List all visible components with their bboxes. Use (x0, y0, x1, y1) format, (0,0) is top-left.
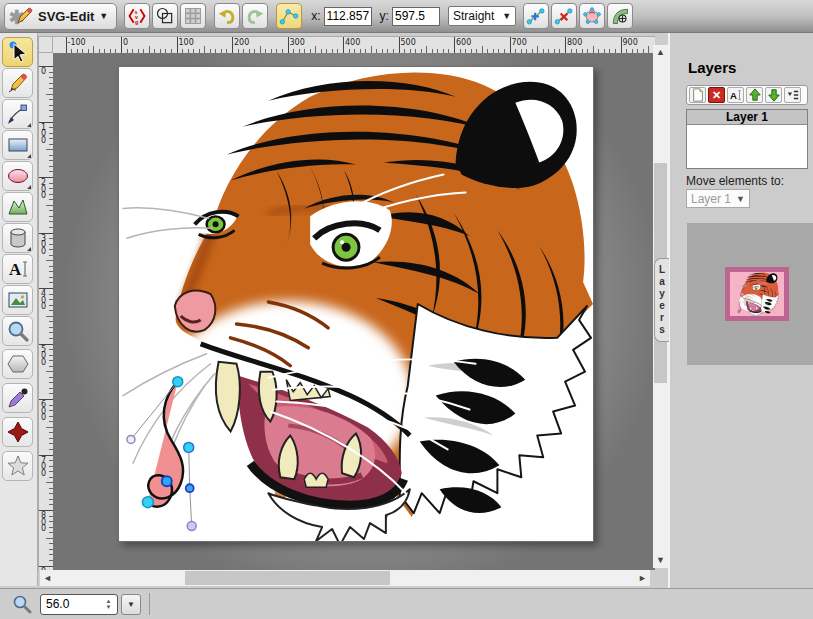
open-path-button[interactable] (607, 3, 633, 29)
rectangle-tool[interactable] (2, 130, 33, 160)
pencil-tool[interactable] (2, 68, 33, 98)
text-tool-icon: A (6, 257, 30, 281)
ruler-label: 600 (456, 38, 471, 47)
horizontal-scroll-thumb[interactable] (185, 571, 390, 585)
ruler-tick (66, 37, 67, 53)
layer-preview-box (687, 223, 813, 365)
cylinder-tool-icon (6, 226, 30, 250)
layer-thumbnail[interactable] (725, 267, 789, 321)
path-control-handle[interactable] (127, 435, 135, 443)
move-elements-label: Move elements to: (686, 174, 784, 188)
ruler-tick (232, 37, 233, 53)
pen-tool[interactable] (2, 99, 33, 129)
move-layer-down-button[interactable] (765, 87, 782, 103)
star-tool[interactable] (2, 451, 33, 481)
move-elements-value: Layer 1 (691, 192, 731, 206)
ruler-tick (565, 37, 566, 53)
image-tool-icon (6, 288, 30, 312)
tools-sidebar: A (0, 33, 38, 586)
flyout-arrow-icon[interactable] (27, 247, 31, 251)
zoom-tool-icon (6, 319, 30, 343)
ruler-label: 500 (41, 347, 49, 367)
shape-tool[interactable] (2, 192, 33, 222)
zoom-spinner[interactable]: ▲▼ (103, 597, 114, 611)
ruler-label: 900 (623, 38, 638, 47)
add-node-button[interactable] (523, 3, 549, 29)
layers-panel-tab[interactable]: Layers (654, 258, 669, 342)
move-elements-select[interactable]: Layer 1 ▼ (686, 189, 750, 208)
undo-button[interactable] (214, 3, 240, 29)
polygon-tool[interactable] (2, 349, 33, 379)
ruler-label: 100 (41, 125, 49, 145)
redo-button[interactable] (242, 3, 268, 29)
flyout-arrow-icon[interactable] (27, 154, 31, 158)
ruler-tick (46, 94, 53, 95)
scroll-up-arrow[interactable]: ▲ (654, 46, 667, 59)
workspace[interactable] (53, 53, 655, 570)
tiger-artwork (119, 67, 593, 541)
x-coordinate-input[interactable] (324, 7, 372, 26)
zoom-preset-dropdown[interactable]: ▼ (121, 594, 141, 615)
connector-tool-icon (6, 420, 30, 444)
node-edit-button[interactable] (276, 3, 302, 29)
segment-type-value: Straight (453, 9, 494, 23)
ruler-label: 0 (41, 69, 49, 76)
main-menu-button[interactable]: ✱ SVG-Edit ▼ (4, 3, 117, 30)
segment-type-select[interactable]: Straight ▼ (448, 6, 516, 26)
layer-list[interactable]: Layer 1 (686, 109, 808, 169)
horizontal-scrollbar[interactable]: ◄ ► (40, 570, 650, 586)
ruler-tick (648, 46, 649, 53)
layers-tab-letter: L (659, 264, 665, 276)
cylinder-tool[interactable] (2, 223, 33, 253)
move-layer-up-button[interactable] (746, 87, 763, 103)
zoom-tool[interactable] (2, 316, 33, 346)
path-node-handle[interactable] (173, 377, 183, 387)
path-node-handle[interactable] (184, 442, 194, 452)
select-caret-icon: ▼ (736, 194, 745, 204)
new-layer-button[interactable] (689, 87, 706, 103)
delete-node-button[interactable] (551, 3, 577, 29)
image-tool[interactable] (2, 285, 33, 315)
layers-tab-letter: e (659, 300, 665, 312)
x-coordinate-label: x: (311, 9, 320, 23)
rename-layer-button[interactable]: A (727, 87, 744, 103)
layer-menu-button[interactable] (784, 87, 801, 103)
path-control-handle[interactable] (187, 522, 196, 531)
scroll-down-arrow[interactable]: ▼ (654, 554, 667, 567)
scroll-right-arrow[interactable]: ► (636, 572, 649, 585)
layer-row[interactable]: Layer 1 (687, 110, 807, 125)
polygon-tool-icon (6, 352, 30, 376)
path-node-handle[interactable] (186, 484, 194, 492)
ruler-label: 0 (123, 38, 128, 47)
ruler-tick (454, 37, 455, 53)
flyout-arrow-icon[interactable] (27, 123, 31, 127)
new-layer-icon (691, 88, 705, 102)
ruler-tick (288, 37, 289, 53)
wireframe-button[interactable] (152, 3, 178, 29)
source-code-button[interactable]: s v g (124, 3, 150, 29)
select-tool[interactable] (2, 37, 33, 67)
rename-layer-icon: A (729, 88, 743, 102)
ellipse-tool-icon (6, 164, 30, 188)
scroll-left-arrow[interactable]: ◄ (41, 572, 54, 585)
ruler-tick (204, 46, 205, 53)
ellipse-tool[interactable] (2, 161, 33, 191)
close-path-button[interactable] (579, 3, 605, 29)
zoom-level-icon (12, 594, 32, 614)
grid-button[interactable] (180, 3, 206, 29)
ruler-tick (46, 427, 53, 428)
ruler-label: 800 (567, 38, 582, 47)
ruler-label: 200 (41, 180, 49, 200)
y-coordinate-input[interactable] (392, 7, 440, 26)
path-node-handle[interactable] (162, 476, 172, 486)
text-tool[interactable]: A (2, 254, 33, 284)
eyedropper-tool[interactable] (2, 383, 33, 413)
path-node-handle[interactable] (142, 497, 153, 508)
pen-tool-icon (6, 102, 30, 126)
delete-layer-button[interactable]: ✕ (708, 87, 725, 103)
ruler-tick (399, 37, 400, 53)
svg-canvas[interactable] (118, 66, 594, 542)
connector-tool[interactable] (2, 417, 33, 447)
flyout-arrow-icon[interactable] (27, 185, 31, 189)
grid-icon (183, 6, 203, 26)
